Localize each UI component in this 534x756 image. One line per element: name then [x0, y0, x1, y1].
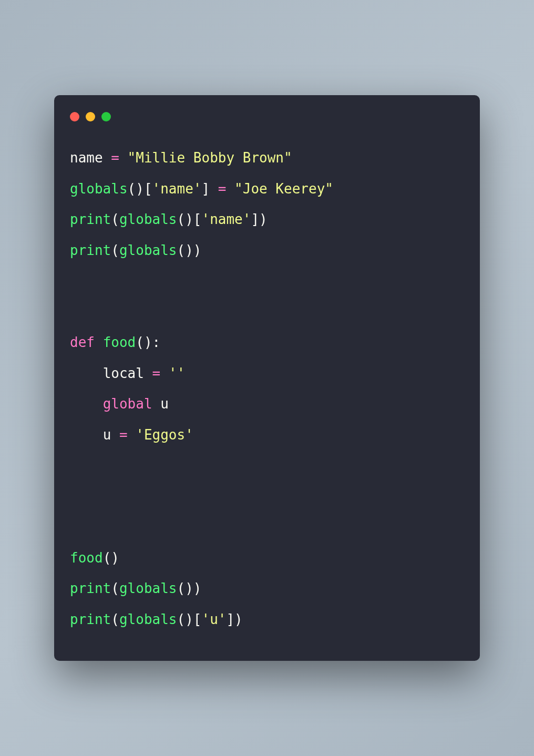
code-line: print(globals()['u']) — [70, 611, 243, 627]
code-line: food() — [70, 550, 119, 566]
code-line: local = '' — [70, 365, 185, 381]
code-line: globals()['name'] = "Joe Keerey" — [70, 181, 333, 197]
code-window: name = "Millie Bobby Brown" globals()['n… — [54, 95, 480, 661]
code-line: name = "Millie Bobby Brown" — [70, 150, 292, 166]
code-line: print(globals()) — [70, 242, 201, 258]
code-line: global u — [70, 396, 169, 412]
maximize-icon[interactable] — [101, 112, 111, 121]
code-line: print(globals()) — [70, 580, 201, 596]
code-content: name = "Millie Bobby Brown" globals()['n… — [54, 142, 480, 635]
close-icon[interactable] — [70, 112, 79, 121]
code-line: print(globals()['name']) — [70, 211, 268, 227]
code-line: def food(): — [70, 334, 160, 350]
minimize-icon[interactable] — [86, 112, 95, 121]
window-controls — [54, 112, 480, 142]
code-line: u = 'Eggos' — [70, 427, 193, 443]
